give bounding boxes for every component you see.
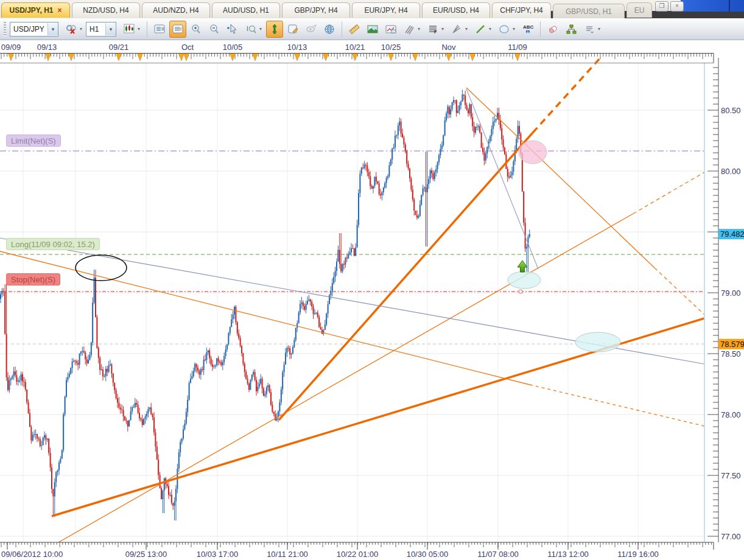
chart-layout-button[interactable]: E (169, 21, 186, 38)
svg-text:09/25 13:00: 09/25 13:00 (125, 550, 167, 559)
tab-eur-usd-h4[interactable]: EUR/USD, H4 (422, 2, 490, 18)
limit-order-badge[interactable]: Limit(Net)(S) (6, 135, 61, 147)
visibility-button[interactable] (303, 21, 320, 38)
svg-text:79.482: 79.482 (720, 229, 744, 239)
trendline-tool-button[interactable] (472, 21, 489, 38)
tab-gbp-usd-h1[interactable]: GBP/USD, H1 (553, 4, 625, 19)
channel-steep-ext (533, 58, 600, 133)
chevron-down-icon[interactable]: ▾ (465, 26, 471, 32)
ellipse-annotations[interactable] (75, 141, 620, 352)
symbol-select[interactable]: USD/JPY▾ (10, 22, 58, 37)
text-label-tool-button[interactable]: ABC (519, 21, 536, 38)
eraser-icon (547, 23, 559, 35)
svg-text:78.50: 78.50 (721, 349, 741, 359)
pointer-zoom-button[interactable] (224, 21, 241, 38)
trendlines[interactable] (0, 58, 704, 560)
tree-icon (565, 23, 577, 35)
fit-vertical-scale-button[interactable] (266, 21, 283, 38)
objects-list-button[interactable] (581, 21, 598, 38)
trendline-icon (474, 23, 486, 35)
gridlines (0, 63, 704, 542)
tab-gbp-jpy-h4[interactable]: GBP/JPY, H4 (282, 2, 350, 18)
chevron-down-icon[interactable]: ▾ (47, 23, 58, 35)
order-level-lines[interactable] (0, 151, 704, 344)
svg-text:10/25: 10/25 (381, 43, 401, 52)
svg-text:09/13: 09/13 (37, 43, 57, 52)
insert-image-button[interactable] (364, 21, 381, 38)
unlink-symbol-button[interactable] (63, 21, 80, 38)
tab-label: AUD/USD, H1 (223, 6, 269, 15)
edit-notes-button[interactable] (284, 21, 301, 38)
day-marker-icon (446, 54, 452, 61)
tab-label: GBP/USD, H1 (566, 7, 612, 16)
layout-e-icon: E (172, 23, 184, 35)
chevron-down-icon[interactable]: ▾ (259, 26, 265, 32)
channel-steep (279, 133, 533, 420)
ellipse-tool-button[interactable] (496, 21, 513, 38)
svg-text:77.00: 77.00 (721, 532, 741, 541)
fibonacci-tool-button[interactable] (401, 21, 418, 38)
close-window-button-icon[interactable]: × (670, 1, 684, 12)
list-icon (583, 23, 595, 35)
pitchfork-tool-button[interactable] (448, 21, 465, 38)
tab-close-icon[interactable]: × (58, 6, 62, 15)
chevron-down-icon[interactable]: ▾ (441, 26, 447, 32)
day-marker-icon (138, 54, 143, 61)
zoom-out-icon (208, 23, 220, 35)
chart-type-button[interactable] (121, 21, 138, 38)
tab-aud-usd-h1[interactable]: AUD/USD, H1 (212, 2, 280, 18)
chart-canvas[interactable]: 80.5080.0079.0078.5078.0077.5077.0079.48… (0, 0, 744, 560)
web-globe-button[interactable] (321, 21, 338, 38)
top-time-ruler[interactable]: 09/0909/1309/21Oct10/0510/1310/2110/25No… (0, 43, 714, 63)
chevron-down-icon[interactable]: ▾ (105, 23, 116, 35)
gray-steep (466, 89, 538, 269)
svg-text:E: E (180, 27, 183, 31)
chevron-down-icon[interactable]: ▾ (489, 26, 494, 32)
day-marker-icon (69, 54, 74, 61)
chevron-down-icon[interactable]: ▾ (513, 26, 518, 32)
chevron-down-icon[interactable]: ▾ (598, 26, 603, 32)
day-marker-icon (116, 54, 122, 61)
tab-chf-jpy-h4[interactable]: CHF/JPY, H4 (492, 2, 551, 18)
export-chart-button[interactable] (382, 21, 399, 38)
tab-eu[interactable]: EU (626, 2, 652, 18)
pitchfork-icon (451, 23, 463, 35)
tab-usd-jpy-h1[interactable]: USD/JPY, H1× (1, 2, 70, 18)
levels-tool-button[interactable]: F (424, 21, 441, 38)
eraser-tool-button[interactable] (544, 21, 561, 38)
tab-nzd-usd-h4[interactable]: NZD/USD, H4 (72, 2, 140, 18)
day-marker-icon (388, 54, 394, 61)
restore-window-button-icon[interactable]: ❐ (655, 1, 669, 12)
box-zoom-button[interactable]: I (242, 21, 259, 38)
workspace-layout-button[interactable]: B (151, 21, 168, 38)
chevron-down-icon[interactable]: ▾ (80, 26, 85, 32)
stop-order-badge[interactable]: Stop(Net)(S) (6, 273, 60, 285)
zoom-in-button[interactable] (188, 21, 205, 38)
tab-label: AUD/NZD, H4 (153, 6, 198, 15)
image-icon (367, 23, 379, 35)
candlesticks (0, 89, 530, 520)
svg-text:78.579: 78.579 (720, 340, 744, 349)
symbol-select-value: USD/JPY (10, 25, 47, 33)
tab-aud-nzd-h4[interactable]: AUD/NZD, H4 (142, 2, 210, 18)
long-position-badge[interactable]: Long(11/09 09:02, 15.2) (6, 238, 100, 250)
timeframe-select[interactable]: H1▾ (86, 22, 116, 37)
fibonacci-icon (403, 23, 415, 35)
pointer-zoom-icon (226, 23, 239, 35)
day-marker-icon (515, 54, 521, 61)
chevron-down-icon[interactable]: ▾ (418, 26, 423, 32)
toolbar-grip[interactable] (4, 22, 6, 37)
ruler-icon (348, 23, 360, 35)
tab-eur-jpy-h4[interactable]: EUR/JPY, H4 (352, 2, 420, 18)
svg-text:10/22 01:00: 10/22 01:00 (337, 550, 379, 559)
chevron-down-icon[interactable]: ▾ (138, 26, 143, 32)
svg-text:ABC: ABC (523, 24, 534, 30)
svg-text:80.00: 80.00 (721, 167, 741, 176)
zoom-out-button[interactable] (206, 21, 223, 38)
peak-fall (466, 88, 655, 268)
ruler-tool-button[interactable] (346, 21, 363, 38)
toolbar-separator (342, 21, 342, 37)
objects-tree-button[interactable] (563, 21, 580, 38)
svg-text:Oct: Oct (181, 43, 194, 52)
tab-label: EU (634, 6, 645, 15)
